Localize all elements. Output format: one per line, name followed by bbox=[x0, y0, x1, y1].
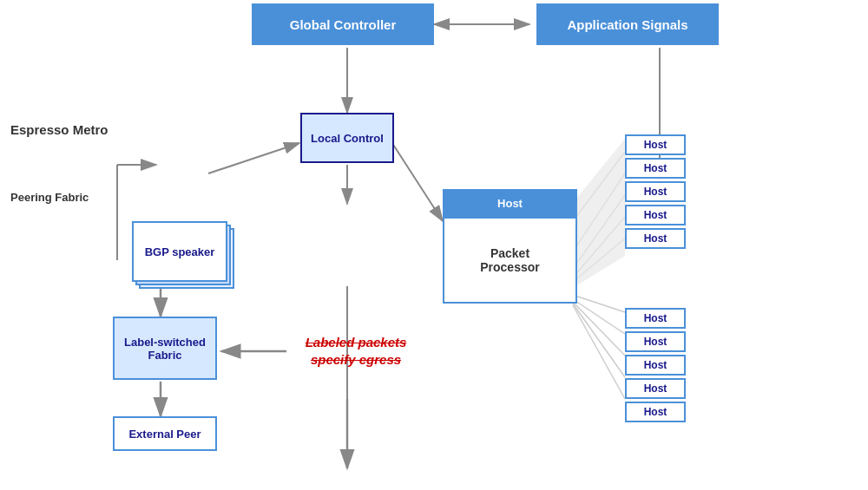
global-controller-box: Global Controller bbox=[252, 3, 434, 45]
host-item: Host bbox=[625, 228, 686, 249]
application-signals-box: Application Signals bbox=[536, 3, 719, 45]
host-item: Host bbox=[625, 378, 686, 399]
svg-line-6 bbox=[208, 143, 299, 173]
svg-line-20 bbox=[573, 238, 625, 282]
svg-line-8 bbox=[391, 140, 443, 221]
host-item: Host bbox=[625, 205, 686, 225]
espresso-metro-label: Espresso Metro bbox=[10, 121, 108, 139]
svg-line-25 bbox=[573, 304, 625, 377]
host-item: Host bbox=[625, 331, 686, 352]
host-stack-bottom-right: Host Host Host Host Host bbox=[625, 308, 686, 422]
svg-line-17 bbox=[573, 173, 625, 252]
labeled-packets-label: Labeled packetsspecify egress bbox=[286, 334, 425, 368]
svg-line-23 bbox=[573, 299, 625, 334]
svg-line-26 bbox=[573, 305, 625, 399]
svg-line-19 bbox=[573, 217, 625, 278]
host-item: Host bbox=[625, 158, 686, 179]
host-item: Host bbox=[625, 355, 686, 376]
peering-fabric-label: Peering Fabric bbox=[10, 191, 89, 204]
host-stack-top-right: Host Host Host Host Host bbox=[625, 134, 686, 249]
svg-line-22 bbox=[573, 295, 625, 312]
external-peer-box: External Peer bbox=[113, 416, 217, 451]
svg-line-16 bbox=[573, 152, 625, 221]
local-control-box: Local Control bbox=[300, 113, 394, 163]
host-box: Host bbox=[443, 189, 577, 217]
svg-line-18 bbox=[573, 195, 625, 269]
label-switched-fabric-box: Label-switched Fabric bbox=[113, 317, 217, 380]
svg-line-24 bbox=[573, 302, 625, 356]
packet-processor-box: PacketProcessor bbox=[443, 217, 577, 304]
host-item: Host bbox=[625, 134, 686, 155]
host-item: Host bbox=[625, 308, 686, 329]
host-item: Host bbox=[625, 402, 686, 422]
architecture-diagram: Global Controller Application Signals Lo… bbox=[0, 0, 868, 490]
host-item: Host bbox=[625, 181, 686, 202]
